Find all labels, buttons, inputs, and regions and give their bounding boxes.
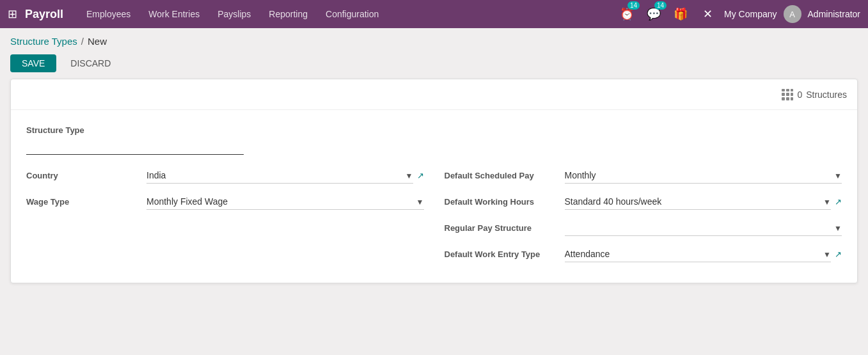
avatar[interactable]: A <box>784 5 801 23</box>
wage-type-select[interactable]: Monthly Fixed Wage <box>146 194 424 210</box>
country-select[interactable]: India <box>146 168 413 184</box>
structure-type-input[interactable] <box>26 138 244 155</box>
structures-count: 0 <box>797 90 802 100</box>
structures-label: Structures <box>806 90 847 100</box>
wage-type-value: Monthly Fixed Wage ▼ <box>146 194 424 210</box>
form-right: Default Scheduled Pay Monthly ▼ Default … <box>445 168 842 262</box>
default-scheduled-pay-value: Monthly ▼ <box>565 168 842 184</box>
activity-icon[interactable]: ⏰ 14 <box>617 4 637 24</box>
regular-pay-structure-row: Regular Pay Structure ▼ <box>445 220 842 236</box>
nav-configuration[interactable]: Configuration <box>318 5 386 23</box>
card-topbar: 0 Structures <box>11 79 857 110</box>
form-left: Country India ▼ ↗ Wage Type <box>26 168 424 262</box>
topnav-menu: Employees Work Entries Payslips Reportin… <box>79 5 612 23</box>
company-name: My Company <box>724 9 777 19</box>
topnav: ⊞ Payroll Employees Work Entries Payslip… <box>0 0 868 28</box>
structures-button[interactable]: 0 Structures <box>782 89 847 100</box>
gift-icon[interactable]: 🎁 <box>670 4 691 24</box>
regular-pay-structure-select[interactable] <box>565 220 842 236</box>
country-select-wrapper: India ▼ <box>146 168 413 184</box>
country-label: Country <box>26 171 141 180</box>
app-brand: Payroll <box>25 8 63 21</box>
nav-payslips[interactable]: Payslips <box>210 5 258 23</box>
breadcrumb: Structure Types / New <box>0 28 868 52</box>
messages-badge: 14 <box>654 1 667 10</box>
close-icon[interactable]: ✕ <box>697 4 718 24</box>
default-working-hours-select[interactable]: Standard 40 hours/week <box>565 194 832 210</box>
default-work-entry-type-label: Default Work Entry Type <box>445 249 560 259</box>
wage-type-select-wrapper: Monthly Fixed Wage ▼ <box>146 194 424 210</box>
topnav-right: ⏰ 14 💬 14 🎁 ✕ My Company A Administrator <box>617 4 860 24</box>
main-card: 0 Structures Structure Type Country Indi… <box>10 79 858 283</box>
action-bar: SAVE DISCARD <box>0 52 868 79</box>
breadcrumb-separator: / <box>81 36 84 47</box>
company-selector[interactable]: My Company <box>724 9 777 19</box>
default-working-hours-external-link-icon[interactable]: ↗ <box>835 197 842 207</box>
default-working-hours-select-wrapper: Standard 40 hours/week ▼ <box>565 194 832 210</box>
wage-type-label: Wage Type <box>26 197 141 207</box>
regular-pay-structure-label: Regular Pay Structure <box>445 223 560 233</box>
apps-icon[interactable]: ⊞ <box>8 7 17 21</box>
default-working-hours-value: Standard 40 hours/week ▼ ↗ <box>565 194 842 210</box>
breadcrumb-current: New <box>88 36 107 47</box>
default-scheduled-pay-select-wrapper: Monthly ▼ <box>565 168 842 184</box>
default-scheduled-pay-label: Default Scheduled Pay <box>445 171 560 180</box>
breadcrumb-parent[interactable]: Structure Types <box>10 36 77 47</box>
country-row: Country India ▼ ↗ <box>26 168 424 184</box>
form-row: Country India ▼ ↗ Wage Type <box>26 168 842 262</box>
default-working-hours-label: Default Working Hours <box>445 197 560 207</box>
regular-pay-structure-value: ▼ <box>565 220 842 236</box>
form-body: Structure Type Country India ▼ <box>11 110 857 283</box>
default-work-entry-type-external-link-icon[interactable]: ↗ <box>835 249 842 259</box>
default-work-entry-type-row: Default Work Entry Type Attendance ▼ ↗ <box>445 246 842 262</box>
activity-badge: 14 <box>627 1 640 10</box>
default-scheduled-pay-select[interactable]: Monthly <box>565 168 842 184</box>
default-work-entry-type-select[interactable]: Attendance <box>565 246 832 262</box>
nav-work-entries[interactable]: Work Entries <box>141 5 207 23</box>
default-work-entry-type-select-wrapper: Attendance ▼ <box>565 246 832 262</box>
default-work-entry-type-value: Attendance ▼ ↗ <box>565 246 842 262</box>
username: Administrator <box>808 9 860 19</box>
regular-pay-structure-select-wrapper: ▼ <box>565 220 842 236</box>
structure-type-label: Structure Type <box>26 125 842 135</box>
default-working-hours-row: Default Working Hours Standard 40 hours/… <box>445 194 842 210</box>
structure-type-group: Structure Type <box>26 125 842 155</box>
country-external-link-icon[interactable]: ↗ <box>417 171 424 180</box>
nav-reporting[interactable]: Reporting <box>261 5 315 23</box>
default-scheduled-pay-row: Default Scheduled Pay Monthly ▼ <box>445 168 842 184</box>
wage-type-row: Wage Type Monthly Fixed Wage ▼ <box>26 194 424 210</box>
messages-icon[interactable]: 💬 14 <box>643 4 664 24</box>
country-value: India ▼ ↗ <box>146 168 424 184</box>
save-button[interactable]: SAVE <box>10 54 56 72</box>
grid-icon <box>782 89 793 100</box>
nav-employees[interactable]: Employees <box>79 5 138 23</box>
discard-button[interactable]: DISCARD <box>61 54 120 72</box>
